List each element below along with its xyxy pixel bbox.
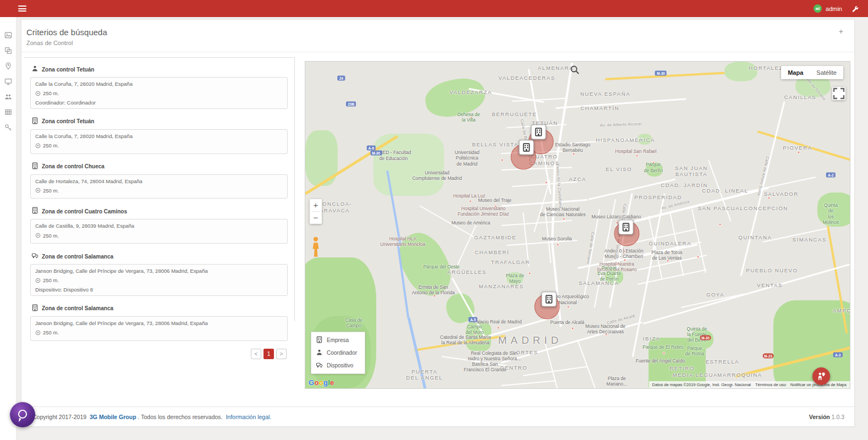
road: [523, 366, 588, 377]
road: [691, 209, 706, 273]
road: [457, 225, 476, 265]
sidebar-icon-devices[interactable]: [4, 78, 12, 85]
zones-list-panel: Zona control Tetuán Calle la Coruña, 7, …: [24, 57, 295, 321]
terms-link[interactable]: Términos de uso: [755, 382, 786, 387]
poi-dot: [572, 327, 574, 329]
legend-label: Coordinador: [327, 350, 357, 356]
fullscreen-button[interactable]: [832, 87, 845, 100]
sidebar-icon-users[interactable]: [4, 93, 12, 101]
poi-dot: [545, 181, 547, 184]
road: [441, 356, 506, 366]
map-label: CONCEPCIÓN: [744, 206, 788, 212]
map-label: MONCLOA- ARAVACA: [317, 201, 352, 213]
poi-dot: [719, 223, 722, 226]
park-area: [817, 193, 850, 227]
map-label: GOYA: [706, 292, 724, 298]
map-label: PUEBLO NUEVO: [746, 267, 798, 273]
poi-dot: [557, 243, 559, 246]
legend-item-coordinador: Coordinador: [311, 346, 365, 359]
radius-icon: [35, 141, 41, 151]
road: [534, 180, 551, 232]
expand-search-icon[interactable]: +: [837, 28, 845, 35]
zone-extra: Dispositivo: Dispositivo 8: [35, 287, 283, 293]
page-subtitle: Zonas de Control: [26, 40, 107, 46]
sidebar-icon-map[interactable]: [4, 31, 12, 39]
map-zone-marker[interactable]: [541, 292, 556, 307]
company-icon: [31, 304, 39, 314]
zone-title: Zona de control Salamanca: [42, 305, 113, 311]
zone-address: Calle la Coruña, 7, 28020 Madrid, España: [35, 133, 283, 140]
zone-title: Zona de control Cuatro Caminos: [42, 208, 127, 215]
map-label: PUERTA DEL ANGEL: [406, 369, 443, 381]
search-criteria-header: Criterios de búsqueda Zonas de Control +: [21, 20, 854, 52]
park-area: [724, 62, 757, 81]
map-label: Plaza de Mariano...: [606, 376, 627, 387]
road: [545, 209, 551, 263]
satellite-button[interactable]: Satélite: [810, 66, 843, 79]
poi-dot: [635, 155, 638, 157]
road: [485, 317, 551, 338]
zone-card[interactable]: Zona de control Cuatro Caminos Calle de …: [30, 206, 288, 244]
map-zone-marker[interactable]: [519, 140, 534, 155]
map-button[interactable]: Mapa: [781, 66, 810, 79]
pagination-prev[interactable]: <: [251, 349, 261, 359]
tools-icon[interactable]: [851, 5, 859, 13]
road: [762, 228, 827, 243]
zone-card[interactable]: Zona de control Chueca Calle de Hortalez…: [30, 162, 288, 199]
menu-icon[interactable]: [18, 6, 26, 12]
zone-radius: 250 m.: [43, 142, 59, 148]
poi-dot: [474, 332, 476, 335]
zone-card[interactable]: Zona control Tetuán Calle la Coruña, 7, …: [30, 117, 288, 154]
radius-icon: [35, 328, 41, 338]
map-label: Hospital San Rafael: [615, 148, 656, 154]
brand-link[interactable]: 3G Mobile Group: [90, 414, 136, 420]
chat-widget-button[interactable]: [10, 402, 35, 427]
sidebar-icon-zones[interactable]: [4, 47, 12, 54]
page-title: Criterios de búsqueda: [26, 28, 107, 37]
sidebar-icon-key[interactable]: [4, 124, 12, 131]
poi-dot: [563, 218, 565, 221]
map-label: Museo Nacional de Ciencias Naturales: [540, 206, 586, 217]
legend-item-empresa: Empresa: [311, 334, 365, 346]
avatar[interactable]: ad: [814, 4, 822, 13]
road: [556, 63, 573, 162]
poi-dot: [469, 200, 471, 203]
map-zone-marker[interactable]: [619, 219, 634, 234]
zoom-in-button[interactable]: +: [310, 199, 322, 211]
coordinator-icon: [31, 64, 39, 74]
sidebar-icon-location[interactable]: [4, 62, 12, 70]
poi-dot: [393, 158, 396, 161]
zone-address: Janson Bridging, Calle del Príncipe de V…: [35, 320, 283, 327]
road: [577, 340, 601, 389]
pagination-page-1[interactable]: 1: [263, 349, 274, 359]
pagination-next[interactable]: >: [276, 349, 287, 359]
map-label: SALVADOR: [764, 191, 799, 197]
map-label: BERRUGUETE: [492, 112, 537, 118]
zone-card[interactable]: Zona de control Salamanca Janson Bridgin…: [30, 304, 288, 341]
map-label: NUEVA ESPAÑA: [580, 91, 630, 97]
sidebar-icon-table[interactable]: [4, 108, 12, 116]
map-label: Museo de América: [452, 220, 490, 226]
poi-dot: [605, 333, 608, 336]
company-marker-icon: [541, 292, 556, 307]
company-marker-icon: [619, 219, 634, 234]
poi-dot: [494, 205, 497, 208]
map-search-icon[interactable]: [570, 65, 580, 75]
zoom-out-button[interactable]: −: [310, 212, 322, 224]
map[interactable]: ALMENARAVALDEACEDERASVALDEZARZANUEVA ESP…: [305, 61, 850, 389]
map-label: Universidad Politécnica de Madrid: [455, 150, 480, 167]
map-zone-marker[interactable]: [531, 125, 546, 140]
legal-link[interactable]: Información legal.: [226, 414, 271, 420]
company-marker-icon: [519, 140, 534, 155]
add-zone-fab[interactable]: [812, 367, 830, 385]
device-icon: [316, 361, 323, 370]
poi-dot: [696, 255, 699, 258]
zone-title: Zona de control Salamanca: [42, 254, 113, 260]
zone-card[interactable]: Zona de control Salamanca Janson Bridgin…: [30, 251, 288, 296]
zone-card[interactable]: Zona control Tetuán Calle la Coruña, 7, …: [30, 64, 288, 109]
street-view-pegman[interactable]: [311, 237, 320, 252]
route-shield: A-6: [367, 145, 376, 150]
road: [556, 98, 686, 109]
road: [708, 160, 732, 222]
zone-address: Janson Bridging, Calle del Príncipe de V…: [35, 267, 283, 275]
